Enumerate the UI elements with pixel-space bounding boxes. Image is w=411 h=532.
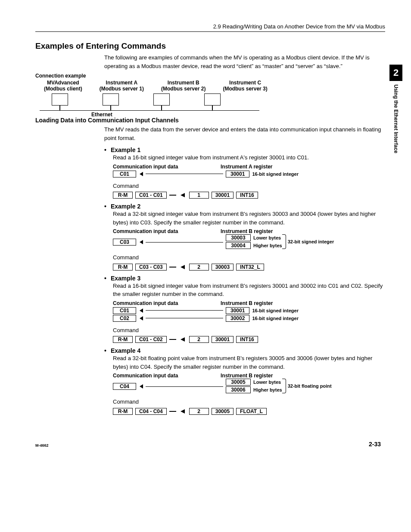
command-row: R-M C01 - C02 2 30001 INT16 bbox=[113, 336, 385, 343]
device-box bbox=[52, 93, 68, 106]
connection-title: Connection example bbox=[35, 73, 385, 79]
bus-label: Ethernet bbox=[91, 112, 112, 118]
register-desc: Higher bytes bbox=[253, 387, 282, 392]
example-title: Example 1 bbox=[111, 146, 140, 153]
chapter-number: 2 bbox=[389, 65, 402, 81]
cmd-box: C04 - C04 bbox=[135, 408, 167, 415]
channel-box: C02 bbox=[113, 315, 136, 322]
register-box: 30001 bbox=[226, 307, 249, 314]
loading-title: Loading Data into Communication Input Ch… bbox=[35, 117, 385, 124]
page-footer: M-4662 2-33 bbox=[35, 441, 385, 448]
example-2-diagram: Communication input data Instrument B re… bbox=[113, 228, 385, 271]
io-right-label: Instrument B register bbox=[221, 373, 273, 379]
cmd-box: R-M bbox=[113, 336, 133, 343]
device-name: Instrument C bbox=[223, 80, 267, 86]
example-title: Example 3 bbox=[111, 275, 140, 282]
cmd-box: 2 bbox=[189, 336, 209, 343]
page-number: 2-33 bbox=[369, 441, 381, 448]
example-1-desc: Read a 16-bit signed integer value from … bbox=[113, 153, 385, 162]
device-role: (Modbus client) bbox=[44, 86, 82, 92]
section-title: Examples of Entering Commands bbox=[35, 41, 385, 51]
example-4-header: • Example 4 bbox=[104, 347, 385, 354]
command-row: R-M C04 - C04 2 30005 FLOAT_L bbox=[113, 408, 385, 415]
device-0: MVAdvanced (Modbus client) bbox=[44, 80, 82, 92]
running-header: 2.9 Reading/Writing Data on Another Devi… bbox=[35, 23, 385, 32]
cmd-box: C03 - C03 bbox=[135, 264, 167, 271]
example-2-desc: Read a 32-bit signed integer value from … bbox=[113, 210, 385, 227]
io-left-label: Communication input data bbox=[113, 373, 221, 379]
device-name: MVAdvanced bbox=[44, 80, 82, 86]
connection-diagram: Connection example MVAdvanced (Modbus cl… bbox=[35, 73, 385, 111]
cmd-box: 30003 bbox=[212, 264, 234, 271]
io-right-label: Instrument B register bbox=[221, 228, 273, 234]
register-type: 32-bit signed integer bbox=[288, 239, 334, 244]
example-2-header: • Example 2 bbox=[104, 203, 385, 210]
register-box: 30001 bbox=[226, 171, 249, 177]
channel-box: C04 bbox=[113, 383, 136, 390]
register-desc: Lower bytes bbox=[253, 380, 281, 385]
cmd-box: 30001 bbox=[212, 336, 234, 343]
cmd-box: FLOAT_L bbox=[236, 408, 267, 415]
register-desc: Higher bytes bbox=[253, 243, 282, 248]
loading-desc: The MV reads the data from the server de… bbox=[104, 125, 385, 142]
cmd-box: C01 - C01 bbox=[135, 192, 167, 199]
command-row: R-M C01 - C01 1 30001 INT16 bbox=[113, 192, 385, 199]
command-label: Command bbox=[113, 326, 385, 335]
intro-text: The following are examples of commands w… bbox=[104, 53, 385, 70]
command-label: Command bbox=[113, 253, 385, 262]
arrow-left-icon bbox=[181, 265, 185, 269]
ethernet-bus: Ethernet bbox=[40, 110, 259, 111]
register-desc: Lower bytes bbox=[253, 235, 281, 240]
cmd-box: R-M bbox=[113, 408, 133, 415]
arrow-left-icon bbox=[140, 316, 143, 320]
cmd-box: R-M bbox=[113, 192, 133, 199]
channel-box: C01 bbox=[113, 307, 136, 314]
chapter-tab: 2 Using the Ethernet Interface bbox=[389, 65, 402, 155]
register-type: 32-bit floating point bbox=[288, 383, 332, 389]
register-box: 30004 bbox=[226, 242, 251, 249]
channel-box: C03 bbox=[113, 239, 136, 246]
io-left-label: Communication input data bbox=[113, 164, 221, 170]
cmd-box: INT32_L bbox=[236, 264, 264, 271]
bullet-icon: • bbox=[104, 203, 106, 210]
cmd-box: INT16 bbox=[236, 192, 258, 199]
page: 2.9 Reading/Writing Data on Another Devi… bbox=[0, 0, 411, 465]
register-box: 30006 bbox=[226, 386, 251, 393]
device-box bbox=[204, 93, 221, 106]
cmd-box: R-M bbox=[113, 264, 133, 271]
example-title: Example 2 bbox=[111, 203, 140, 210]
command-label: Command bbox=[113, 398, 385, 406]
arrow-left-icon bbox=[181, 337, 185, 342]
brace-icon bbox=[282, 379, 286, 393]
arrow-left-icon bbox=[140, 308, 143, 313]
arrow-left-icon bbox=[140, 172, 143, 176]
command-label: Command bbox=[113, 182, 385, 190]
cmd-box: 30001 bbox=[212, 192, 234, 199]
device-box bbox=[103, 93, 119, 106]
cmd-box: C01 - C02 bbox=[135, 336, 167, 343]
register-box: 30005 bbox=[226, 379, 251, 386]
io-right-label: Instrument A register bbox=[221, 164, 272, 170]
device-1: Instrument A (Modbus server 1) bbox=[100, 80, 144, 92]
cmd-box: 2 bbox=[189, 264, 209, 271]
arrow-left-icon bbox=[140, 240, 143, 244]
arrow-left-icon bbox=[181, 409, 185, 414]
register-type: 16-bit signed integer bbox=[252, 171, 299, 177]
cmd-box: INT16 bbox=[236, 336, 258, 343]
arrow-left-icon bbox=[140, 384, 143, 389]
device-3: Instrument C (Modbus server 3) bbox=[223, 80, 267, 92]
footer-code: M-4662 bbox=[35, 443, 49, 448]
register-desc: 16-bit signed integer bbox=[252, 308, 299, 313]
device-role: (Modbus server 3) bbox=[223, 86, 267, 92]
cmd-box: 2 bbox=[189, 408, 209, 415]
example-3-header: • Example 3 bbox=[104, 275, 385, 282]
channel-box: C01 bbox=[113, 171, 136, 177]
bullet-icon: • bbox=[104, 146, 106, 153]
device-name: Instrument B bbox=[161, 80, 206, 86]
register-desc: 16-bit signed integer bbox=[252, 316, 299, 321]
device-name: Instrument A bbox=[100, 80, 144, 86]
example-3-desc: Read a 16-bit signed integer value from … bbox=[113, 282, 385, 299]
example-4-desc: Read a 32-bit floating point value from … bbox=[113, 354, 385, 371]
bullet-icon: • bbox=[104, 275, 106, 282]
cmd-box: 30005 bbox=[212, 408, 234, 415]
